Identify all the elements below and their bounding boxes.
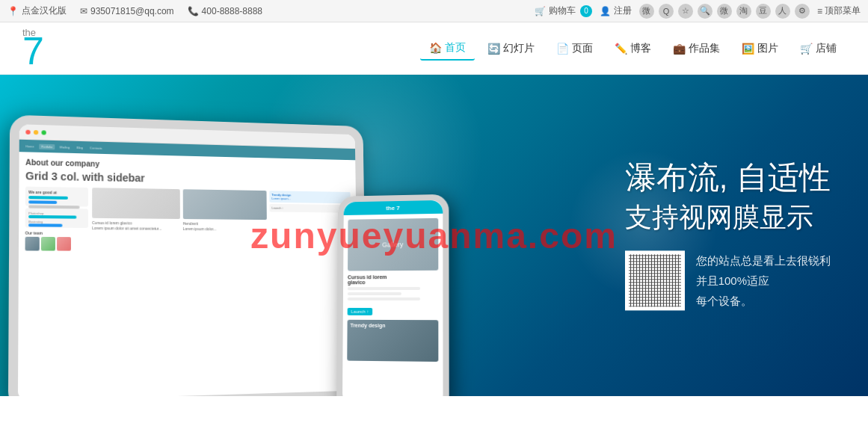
qr-code	[625, 251, 685, 311]
email-value: 935071815@qq.com	[90, 6, 174, 16]
hero-title-main: 瀑布流, 自适性	[625, 159, 831, 197]
iphone-line-3	[348, 297, 420, 300]
col-1-text: Cursus id lorem glavicoLorem ipsum dolor…	[92, 220, 179, 232]
localize-btn[interactable]: 📍 点金汉化版	[7, 4, 67, 17]
nav-images[interactable]: 🖼️ 图片	[733, 37, 787, 60]
nav-pages-label: 页面	[572, 42, 593, 55]
iphone-launch-btn[interactable]: Launch ↑	[348, 308, 373, 315]
main-nav: 🏠 首页 🔄 幻灯片 📄 页面 ✏️ 博客 💼 作品集 🖼️ 图片 🛒 店铺	[420, 37, 846, 61]
shop-icon: 🛒	[800, 43, 813, 55]
top-bar-left: 📍 点金汉化版 ✉ 935071815@qq.com 📞 400-8888-88…	[7, 4, 262, 17]
phone-icon: 📞	[188, 6, 199, 16]
top-menu-btn[interactable]: ≡ 顶部菜单	[817, 4, 861, 17]
search-icon[interactable]: 🔍	[698, 4, 712, 19]
ipad-sidebar: We are good at Photoshop Illustrating	[25, 187, 88, 251]
login-label: 注册	[614, 4, 632, 17]
hero-desc-line2: 并且100%适应	[696, 271, 831, 291]
ipad-screen: Home Portfolio Mailing Blog Contacts Abo…	[18, 124, 359, 396]
team-photos	[25, 237, 88, 251]
briefcase-icon: 💼	[673, 43, 686, 55]
settings-icon[interactable]: ⚙	[795, 4, 810, 19]
nav-home-label: 首页	[445, 41, 466, 55]
top-bar-right: 🛒 购物车 0 👤 注册 微 Q ☆ 🔍 微 淘 豆 人 ⚙ ≡ 顶部菜单	[535, 4, 861, 19]
bar-1	[28, 196, 68, 200]
taobao-icon[interactable]: 淘	[736, 4, 751, 19]
logo-seven: 7	[22, 34, 44, 69]
weibo-icon[interactable]: 微	[639, 4, 654, 19]
app-nav-blog: Blog	[74, 144, 85, 149]
social-icons: 微 Q ☆ 🔍 微 淘 豆 人 ⚙	[639, 4, 810, 19]
iphone-heading: Cursus id loremglavico	[348, 274, 438, 285]
qr-inner	[629, 255, 681, 307]
user-icon: 👤	[600, 6, 611, 16]
phone-item: 📞 400-8888-8888	[188, 6, 262, 16]
ipad-grid-layout: We are good at Photoshop Illustrating	[25, 187, 351, 252]
nav-portfolio-label: 作品集	[689, 42, 720, 55]
sidebar-card-1: We are good at	[25, 187, 88, 207]
content-columns: Cursus id lorem glavicoLorem ipsum dolor…	[92, 188, 351, 232]
iphone-content: Gallery Cursus id loremglavico Launch ↑ …	[342, 214, 443, 366]
iphone-logo: the 7	[386, 204, 399, 211]
devices-mockup: Home Portfolio Mailing Blog Contacts Abo…	[0, 75, 464, 396]
iphone-screen: the 7 Gallery Cursus id loremglavico Lau…	[342, 200, 443, 396]
hero-title-sub: 支持视网膜显示	[625, 201, 831, 236]
our-team-label: Our team	[25, 231, 88, 236]
hero-desc-line3: 每个设备。	[696, 291, 831, 312]
hero-qr-row: 您的站点总是看上去很锐利 并且100%适应 每个设备。	[625, 251, 831, 312]
ipad-content: About our company Grid 3 col. with sideb…	[19, 152, 357, 257]
bar-2	[28, 200, 57, 204]
nav-portfolio[interactable]: 💼 作品集	[664, 37, 729, 60]
pencil-icon: ✏️	[615, 43, 627, 55]
email-icon: ✉	[80, 6, 87, 16]
nav-slideshow-label: 幻灯片	[503, 42, 535, 55]
hero-description: 您的站点总是看上去很锐利 并且100%适应 每个设备。	[696, 251, 831, 312]
login-btn[interactable]: 👤 注册	[600, 4, 632, 17]
nav-shop-label: 店铺	[816, 42, 837, 55]
top-bar: 📍 点金汉化版 ✉ 935071815@qq.com 📞 400-8888-88…	[0, 0, 868, 22]
col-2: HendreritLorem ipsum dolor...	[182, 189, 267, 232]
img-1	[92, 188, 179, 219]
hero-text: 瀑布流, 自适性 支持视网膜显示 您的站点总是看上去很锐利 并且100%适应 每…	[625, 159, 831, 311]
iphone-img-2: Trendy design	[347, 320, 438, 362]
team-photo-3	[57, 237, 71, 251]
nav-shop[interactable]: 🛒 店铺	[791, 37, 846, 60]
nav-home[interactable]: 🏠 首页	[420, 37, 475, 61]
email-item[interactable]: ✉ 935071815@qq.com	[80, 6, 174, 16]
iphone-hero-img: Gallery	[348, 218, 438, 271]
iphone-line-2	[348, 292, 401, 295]
sidebar-card-2: Photoshop Illustrating	[25, 209, 88, 228]
page-icon: 📄	[556, 43, 569, 55]
minimize-dot	[34, 129, 38, 134]
app-nav-mailing: Mailing	[58, 144, 73, 150]
trending-text: Lorem ipsum...	[272, 197, 348, 201]
nav-pages[interactable]: 📄 页面	[547, 37, 602, 60]
nav-slideshow[interactable]: 🔄 幻灯片	[478, 37, 544, 60]
cart-icon: 🛒	[535, 6, 546, 16]
ipad-device: Home Portfolio Mailing Blog Contacts Abo…	[8, 115, 367, 396]
qq-icon[interactable]: Q	[659, 4, 674, 19]
person-icon[interactable]: 人	[775, 4, 790, 19]
iphone-img-label: Gallery	[382, 241, 403, 248]
app-nav-home: Home	[23, 143, 37, 149]
img-2	[182, 189, 267, 220]
team-photo-2	[41, 237, 55, 251]
trendy-label: Trendy design	[348, 320, 439, 332]
maximize-dot	[41, 130, 46, 135]
home-icon: 🏠	[429, 42, 442, 54]
hero-section: Home Portfolio Mailing Blog Contacts Abo…	[0, 75, 868, 396]
iphone-line-1	[348, 287, 420, 290]
wechat-icon[interactable]: 微	[717, 4, 732, 19]
image-icon: 🖼️	[742, 43, 754, 55]
phone-value: 400-8888-8888	[202, 6, 262, 16]
nav-blog[interactable]: ✏️ 博客	[606, 37, 660, 60]
close-dot	[25, 129, 30, 134]
hero-desc-line1: 您的站点总是看上去很锐利	[696, 251, 831, 271]
cart-btn[interactable]: 🛒 购物车 0	[535, 4, 592, 17]
iphone-top-bar: the 7	[344, 200, 443, 215]
star-icon[interactable]: ☆	[678, 4, 693, 19]
top-menu-label: 顶部菜单	[825, 4, 861, 17]
col-1: Cursus id lorem glavicoLorem ipsum dolor…	[92, 188, 179, 232]
iphone-device: the 7 Gallery Cursus id loremglavico Lau…	[336, 194, 449, 396]
dou-icon[interactable]: 豆	[756, 4, 771, 19]
app-nav-portfolio: Portfolio	[39, 143, 55, 149]
